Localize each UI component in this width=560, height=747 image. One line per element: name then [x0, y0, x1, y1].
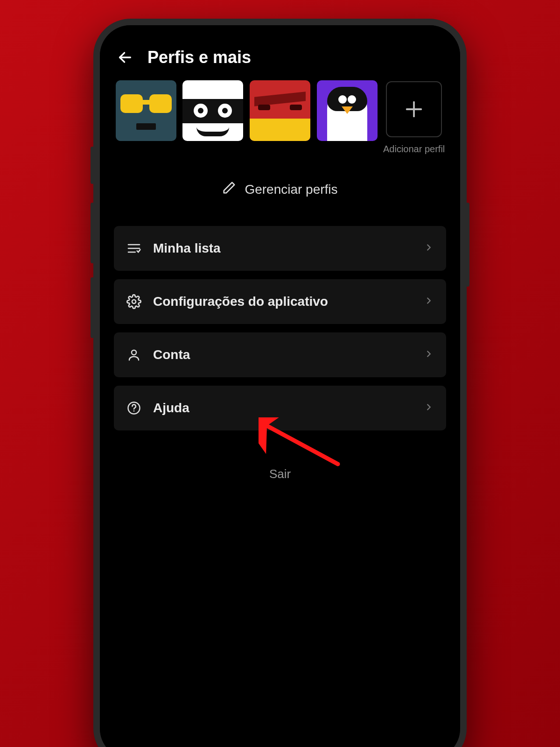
phone-volume-down — [91, 277, 94, 338]
avatar-icon — [116, 80, 176, 141]
add-profile-label: Adicionar perfil — [383, 144, 445, 155]
back-icon[interactable] — [116, 48, 134, 67]
plus-icon — [386, 81, 442, 137]
pencil-icon — [222, 181, 236, 198]
menu-my-list[interactable]: Minha lista — [114, 226, 446, 271]
page-title: Perfis e mais — [147, 48, 251, 67]
chevron-right-icon — [424, 242, 434, 254]
add-profile-button[interactable]: Adicionar perfil — [383, 80, 445, 155]
avatar-icon — [182, 80, 243, 141]
profile-1[interactable] — [115, 80, 177, 141]
menu-item-label: Conta — [153, 347, 413, 362]
svg-line-10 — [267, 426, 338, 464]
svg-point-6 — [132, 300, 136, 303]
phone-volume-up — [91, 203, 94, 263]
menu-app-settings[interactable]: Configurações do aplicativo — [114, 279, 446, 324]
profile-3[interactable] — [249, 80, 311, 141]
profile-2[interactable] — [182, 80, 245, 141]
avatar-icon — [250, 80, 310, 141]
sign-out-button[interactable]: Sair — [113, 467, 447, 481]
menu-list: Minha lista Configurações do aplicativo — [113, 226, 447, 430]
menu-account[interactable]: Conta — [114, 332, 446, 377]
manage-profiles-label: Gerenciar perfis — [245, 182, 337, 197]
avatar-icon — [317, 80, 378, 141]
manage-profiles-button[interactable]: Gerenciar perfis — [113, 181, 447, 198]
list-icon — [126, 241, 142, 256]
phone-side-button — [91, 147, 94, 184]
chevron-right-icon — [424, 349, 434, 361]
gear-icon — [126, 294, 142, 309]
phone-power-button — [466, 203, 469, 287]
menu-item-label: Ajuda — [153, 401, 413, 416]
header: Perfis e mais — [113, 39, 447, 80]
chevron-right-icon — [424, 296, 434, 308]
svg-point-7 — [132, 350, 136, 355]
help-icon — [126, 401, 142, 415]
profiles-row: Adicionar perfil — [113, 80, 447, 155]
menu-help[interactable]: Ajuda — [114, 386, 446, 430]
app-screen: Perfis e mais — [100, 25, 460, 747]
phone-frame: Perfis e mais — [93, 19, 467, 747]
profile-4[interactable] — [316, 80, 378, 141]
person-icon — [126, 348, 142, 362]
menu-item-label: Configurações do aplicativo — [153, 294, 413, 309]
chevron-right-icon — [424, 402, 434, 414]
menu-item-label: Minha lista — [153, 241, 413, 256]
